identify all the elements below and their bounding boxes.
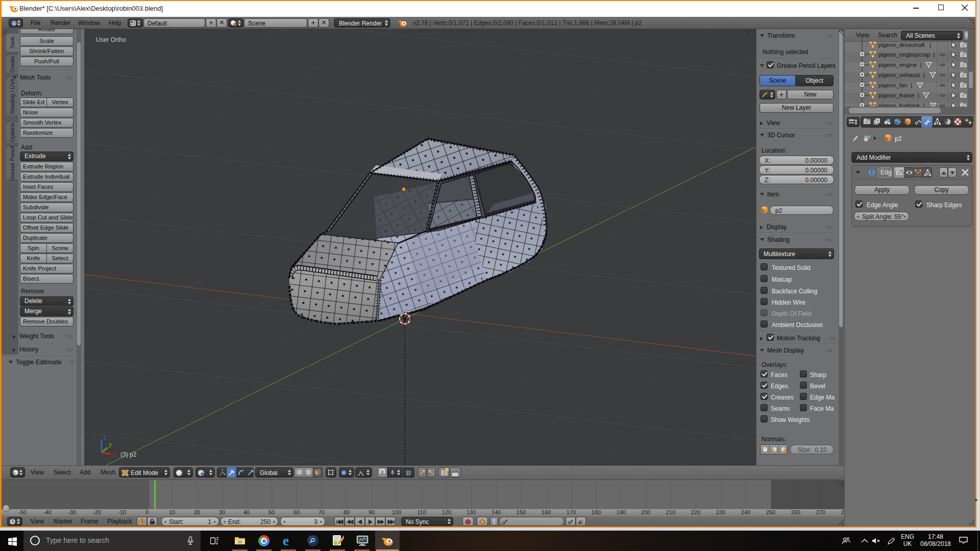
- svg-text:z: z: [103, 435, 106, 441]
- svg-text:x: x: [113, 452, 116, 458]
- svg-text:i: i: [13, 21, 15, 26]
- svg-text:y: y: [109, 441, 112, 448]
